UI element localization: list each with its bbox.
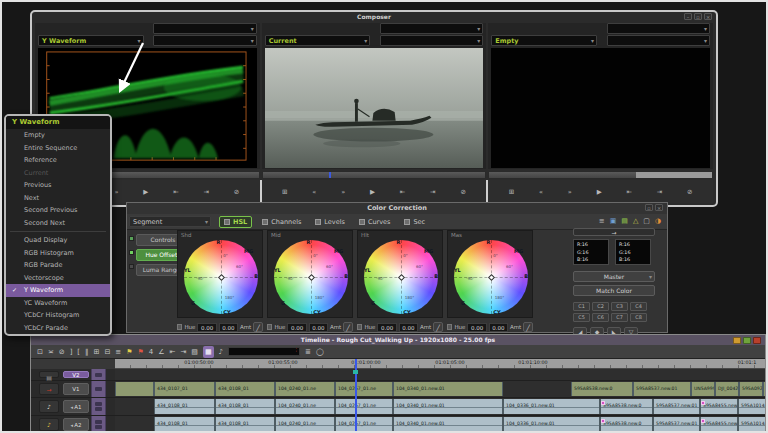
monitor-menu[interactable]: ▾ [607, 35, 710, 46]
play-button[interactable]: ▶ [370, 187, 375, 197]
clip[interactable]: 104_0257_01.ne [335, 417, 393, 432]
clip[interactable]: 434_0108_01 [215, 382, 275, 396]
extract-icon[interactable]: ⊟ [104, 346, 110, 358]
clip[interactable]: 595A8538.new.0 [600, 399, 653, 414]
tab-enable-checkbox[interactable] [224, 219, 230, 225]
wheel-center-handle[interactable] [397, 273, 404, 280]
clip[interactable]: 595A8537.new.01 [633, 382, 691, 396]
clip[interactable]: UN5A9992.ne [691, 382, 715, 396]
monitor-menu[interactable]: ▾ [607, 23, 710, 34]
color-match-icon[interactable]: ▣ [610, 217, 617, 226]
eyedropper-icon[interactable]: ╱ [253, 322, 263, 332]
menu-item-next[interactable]: Next [6, 192, 110, 205]
track-mini-toggle[interactable] [95, 420, 102, 424]
correction-mode-icon[interactable]: ≡ [599, 217, 605, 226]
track-enable-cell[interactable] [91, 398, 106, 415]
loop-icon[interactable]: ◯ [316, 346, 324, 358]
clip[interactable]: 434_0108_01 [154, 399, 215, 414]
timeline-view-icon[interactable]: ▦ [203, 346, 214, 358]
menu-item-quad-display[interactable]: Quad Display [6, 234, 110, 247]
clip[interactable]: 595A8537.new.01 [653, 399, 700, 414]
hue-wheel[interactable]: RMGBCYGYL0°60°180°-90° [364, 240, 438, 314]
clip[interactable]: 104_0336_01.new.01 [503, 399, 600, 414]
amount-value[interactable]: 0.00 [219, 323, 238, 332]
minimize-button[interactable]: – [684, 13, 692, 20]
trim-right-icon[interactable]: ⇥ [180, 346, 186, 358]
track-mini-toggle[interactable] [95, 387, 102, 391]
track-enable-cell[interactable] [91, 381, 106, 397]
correction-slot-c5[interactable]: C5 [573, 313, 590, 322]
monitor-menu[interactable]: ▾ [380, 23, 483, 34]
track-button-a2[interactable]: ◂A2 [63, 418, 89, 431]
track-lane-v1[interactable]: 434_0107_01434_0108_01104_0240_01.ne104_… [115, 381, 765, 397]
hue-checkbox[interactable] [447, 324, 452, 330]
video-patch-icon[interactable]: → [39, 383, 59, 395]
clip[interactable]: 595A8537.new.01 [653, 417, 700, 432]
menu-item-vectorscope[interactable]: Vectorscope [6, 272, 110, 285]
monitor-menu[interactable]: ▾ [153, 23, 256, 34]
lift-icon[interactable]: ≡ [115, 346, 121, 358]
record-to-timeline-icon[interactable]: ⊡ [37, 346, 43, 358]
no-marks-icon[interactable]: ⊘ [59, 346, 65, 358]
play-button[interactable]: ▶ [597, 187, 602, 197]
tab-hsl[interactable]: HSL [219, 216, 252, 228]
track-monitor-icon[interactable]: ▤ [39, 371, 59, 378]
clip[interactable]: 595A1014.new.01 [738, 399, 765, 414]
audio-patch-icon[interactable]: ♪ [39, 418, 59, 431]
go-to-previous-edit-button[interactable]: ⇤ [626, 187, 631, 197]
bucket-dropdown[interactable]: Master ▾ [573, 271, 655, 282]
clip[interactable]: 104_0340_01.new.01 [393, 382, 503, 396]
menu-item-ycbcr-histogram[interactable]: YCbCr Histogram [6, 309, 110, 322]
correction-slot-c8[interactable]: C8 [630, 313, 647, 322]
monitor-source-menu[interactable]: Y Waveform▾ [38, 35, 144, 46]
track-mini-toggle[interactable] [95, 373, 102, 377]
tab-enable-checkbox[interactable] [404, 219, 410, 225]
tab-enable-checkbox[interactable] [315, 219, 321, 225]
menu-item-ycbcr-parade[interactable]: YCbCr Parade [6, 322, 110, 335]
fast-forward-button[interactable]: » [568, 187, 572, 197]
track-lane-a2[interactable]: 434_0108_01434_0108_01104_0240_01.ne104_… [115, 416, 765, 433]
menu-item-empty[interactable]: Empty [6, 129, 110, 142]
wheel-center-handle[interactable] [307, 273, 314, 280]
correction-slot-c1[interactable]: C1 [573, 302, 590, 311]
mark-out-icon[interactable]: ] [70, 346, 73, 358]
correction-slot-c7[interactable]: C7 [611, 313, 628, 322]
restore-button[interactable]: ▫ [645, 204, 653, 211]
segment-mode-icon[interactable]: ▧ [191, 346, 198, 358]
clip[interactable]: 595A09 [763, 382, 765, 396]
fast-forward-button[interactable]: » [341, 187, 345, 197]
fast-forward-button[interactable]: » [115, 187, 119, 197]
four-frame-display-icon[interactable]: 4 [149, 346, 153, 358]
clip[interactable]: 434_0108_01 [215, 399, 275, 414]
timecode-ruler[interactable]: 01:00:50:0001:00:55:0001:01:00:0001:01:0… [115, 359, 765, 369]
close-button[interactable]: × [704, 13, 712, 20]
splice-in-icon[interactable]: ‖ [85, 346, 89, 358]
hue-value[interactable]: 0.00 [467, 323, 486, 332]
audio-patch-icon[interactable]: ♪ [39, 400, 59, 413]
clip[interactable]: 104_0336_01.new.01 [503, 417, 600, 432]
clip[interactable]: 104_0257_01.ne [335, 382, 393, 396]
correction-slot-c2[interactable]: C2 [592, 302, 609, 311]
menu-item-previous[interactable]: Previous [6, 179, 110, 192]
clear-marks-button[interactable]: ⊘ [460, 187, 465, 197]
hue-wheel[interactable]: RMGBCYGYL0°60°180°-90° [454, 240, 528, 314]
quad-split-button[interactable]: ⊞ [282, 187, 287, 197]
rewind-button[interactable]: « [312, 187, 316, 197]
clip[interactable]: 595A0929.new.01 [739, 382, 763, 396]
safe-color-icon[interactable]: △ [633, 217, 638, 226]
quad-split-button[interactable]: ⊞ [509, 187, 514, 197]
tab-curves[interactable]: Curves [355, 216, 395, 228]
track-button-v1[interactable]: V1 [63, 383, 89, 395]
clip[interactable]: 434_0107_01 [154, 382, 215, 396]
tab-levels[interactable]: Levels [311, 216, 349, 228]
hue-checkbox[interactable] [267, 324, 272, 330]
tab-channels[interactable]: Channels [258, 216, 305, 228]
rewind-button[interactable]: « [539, 187, 543, 197]
menu-item-second-next[interactable]: Second Next [6, 217, 110, 230]
rgb-swatch[interactable]: R:16G:16B:16 [573, 239, 609, 265]
menu-item-rgb-parade[interactable]: RGB Parade [6, 259, 110, 272]
clip[interactable]: 104_0240_01.ne [275, 382, 335, 396]
clip[interactable]: 104_0257_01.ne [335, 399, 393, 414]
track-lane-v2[interactable] [115, 369, 765, 380]
go-to-next-edit-button[interactable]: ⇥ [203, 187, 208, 197]
